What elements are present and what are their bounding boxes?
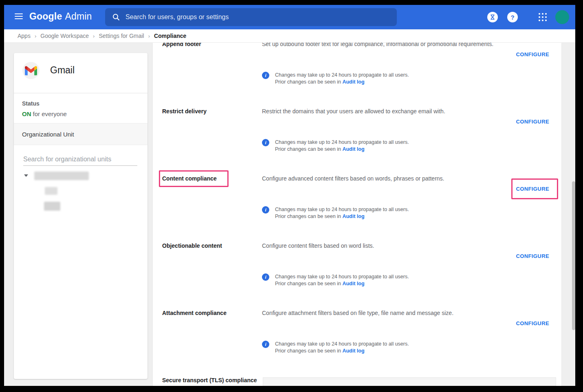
org-unit-root-redacted[interactable] <box>34 172 89 180</box>
org-unit-child-redacted[interactable] <box>45 187 57 195</box>
chevron-right-icon: › <box>35 33 36 39</box>
propagation-note: Changes may take up to 24 hours to propa… <box>262 206 409 220</box>
configure-button[interactable]: CONFIGURE <box>516 320 549 326</box>
app-bar: GoogleAdmin <box>4 5 575 29</box>
service-header: Gmail <box>14 53 147 93</box>
expand-arrow-icon[interactable] <box>24 174 28 177</box>
setting-description: Configure attachment filters based on fi… <box>262 310 547 316</box>
setting-row-append-footer: Append footer Set up outbound footer tex… <box>153 43 561 98</box>
compliance-settings-panel: Append footer Set up outbound footer tex… <box>153 43 561 386</box>
screenshot-root: { "header": { "product_name_primary": "G… <box>0 0 583 392</box>
setting-row-objectionable-content: Objectionable content Configure content … <box>153 233 561 300</box>
product-logo-google: Google <box>29 11 62 22</box>
product-logo-admin: Admin <box>65 11 92 22</box>
scrollbar-thumb[interactable] <box>572 181 575 330</box>
audit-log-link[interactable]: Audit log <box>342 214 364 219</box>
configure-button[interactable]: CONFIGURE <box>516 186 549 192</box>
status-scope: for everyone <box>33 110 67 117</box>
audit-log-link[interactable]: Audit log <box>342 281 364 286</box>
propagation-note: Changes may take up to 24 hours to propa… <box>262 273 409 287</box>
configure-button[interactable]: CONFIGURE <box>516 51 549 57</box>
product-logo[interactable]: GoogleAdmin <box>29 11 92 22</box>
org-unit-search[interactable] <box>23 155 137 166</box>
breadcrumb-current: Compliance <box>154 33 186 39</box>
setting-detail-placeholder <box>263 377 556 386</box>
breadcrumb-apps[interactable]: Apps <box>18 33 31 39</box>
status-value: ONfor everyone <box>22 110 139 117</box>
info-icon <box>262 72 269 79</box>
info-icon <box>262 139 269 146</box>
global-search-input[interactable] <box>125 13 397 21</box>
org-unit-section-label: Organizational Unit <box>22 131 74 138</box>
setting-row-secure-transport: Secure transport (TLS) compliance <box>153 367 561 386</box>
org-unit-child-redacted[interactable] <box>44 202 60 211</box>
setting-row-restrict-delivery: Restrict delivery Restrict the domains t… <box>153 98 561 165</box>
gmail-logo-icon <box>22 62 40 79</box>
setting-description: Configure content filters based on word … <box>262 242 547 249</box>
audit-log-link[interactable]: Audit log <box>342 79 364 85</box>
chevron-right-icon: › <box>148 33 150 39</box>
note-line2: Prior changes can be seen in Audit log <box>275 213 409 220</box>
org-unit-search-input[interactable] <box>23 155 137 166</box>
setting-description: Restrict the domains that your users are… <box>262 108 547 115</box>
note-line1: Changes may take up to 24 hours to propa… <box>275 72 409 79</box>
service-sidebar-card: Gmail Status ONfor everyone Organization… <box>14 53 147 379</box>
note-line2: Prior changes can be seen in Audit log <box>275 348 409 355</box>
note-line1: Changes may take up to 24 hours to propa… <box>275 139 409 146</box>
menu-icon[interactable] <box>15 13 23 21</box>
breadcrumb-settings-for-gmail[interactable]: Settings for Gmail <box>99 33 144 39</box>
setting-title: Secure transport (TLS) compliance <box>162 377 258 383</box>
status-on-badge: ON <box>22 110 31 117</box>
note-line1: Changes may take up to 24 hours to propa… <box>275 273 409 280</box>
note-line2: Prior changes can be seen in Audit log <box>275 146 409 153</box>
hourglass-icon <box>490 14 495 20</box>
audit-log-link[interactable]: Audit log <box>342 146 364 152</box>
setting-title: Restrict delivery <box>162 108 258 115</box>
setting-row-content-compliance: Content compliance Configure advanced co… <box>153 165 561 233</box>
note-line2: Prior changes can be seen in Audit log <box>275 280 409 287</box>
breadcrumb: Apps › Google Workspace › Settings for G… <box>4 29 575 43</box>
setting-description: Configure advanced content filters based… <box>262 175 547 182</box>
service-status: Status ONfor everyone <box>14 93 147 117</box>
breadcrumb-google-workspace[interactable]: Google Workspace <box>40 33 89 39</box>
account-avatar[interactable] <box>555 10 569 24</box>
note-line1: Changes may take up to 24 hours to propa… <box>275 206 409 213</box>
search-icon <box>112 13 120 21</box>
propagation-note: Changes may take up to 24 hours to propa… <box>262 341 409 355</box>
note-line1: Changes may take up to 24 hours to propa… <box>275 341 409 348</box>
audit-log-link[interactable]: Audit log <box>342 348 364 354</box>
setting-row-attachment-compliance: Attachment compliance Configure attachme… <box>153 300 561 367</box>
setting-description: Set up outbound footer text for legal co… <box>262 43 547 47</box>
configure-button[interactable]: CONFIGURE <box>516 253 549 259</box>
org-unit-section-header: Organizational Unit <box>14 123 147 145</box>
propagation-note: Changes may take up to 24 hours to propa… <box>262 139 409 153</box>
info-icon <box>262 206 269 214</box>
setting-title: Append footer <box>162 43 258 47</box>
propagation-note: Changes may take up to 24 hours to propa… <box>262 72 409 86</box>
setting-title: Content compliance <box>162 175 258 182</box>
admin-console-window: GoogleAdmin Apps › Google Workspace › Se… <box>4 5 575 386</box>
info-icon <box>262 341 269 348</box>
configure-button[interactable]: CONFIGURE <box>516 119 549 125</box>
help-icon[interactable] <box>507 12 518 22</box>
trial-countdown-button[interactable] <box>487 12 498 22</box>
service-name: Gmail <box>50 65 75 76</box>
apps-grid-icon[interactable] <box>539 13 547 21</box>
setting-title: Objectionable content <box>162 242 258 249</box>
chevron-right-icon: › <box>93 33 95 39</box>
note-line2: Prior changes can be seen in Audit log <box>275 79 409 86</box>
status-label: Status <box>22 100 139 107</box>
setting-title: Attachment compliance <box>162 310 258 316</box>
global-search[interactable] <box>105 8 397 26</box>
info-icon <box>262 273 269 281</box>
